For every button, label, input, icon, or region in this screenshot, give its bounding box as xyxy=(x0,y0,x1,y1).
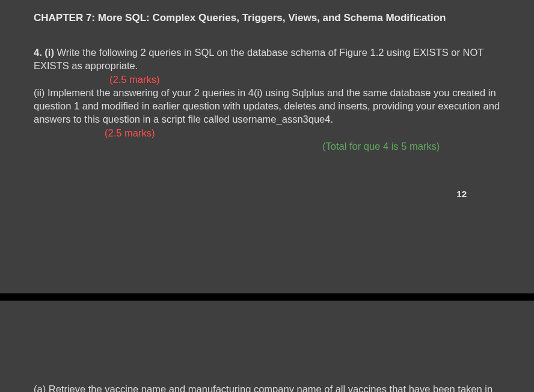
q4-part-i-text: Write the following 2 queries in SQL on … xyxy=(34,47,483,71)
question-4: 4. (i) Write the following 2 queries in … xyxy=(34,46,500,153)
q4-part-i-marks: (2.5 marks) xyxy=(34,73,500,86)
q4-part-i-label: 4. (i) xyxy=(34,47,57,58)
answer-a: (a) Retrieve the vaccine name and manufa… xyxy=(34,382,500,392)
chapter-title: CHAPTER 7: More SQL: Complex Queries, Tr… xyxy=(34,12,500,24)
q4-part-ii-marks: (2.5 marks) xyxy=(34,126,500,139)
page-top: CHAPTER 7: More SQL: Complex Queries, Tr… xyxy=(0,0,534,240)
page-divider xyxy=(0,293,534,301)
page-number: 12 xyxy=(34,189,500,199)
q4-total: (Total for que 4 is 5 marks) xyxy=(34,139,500,153)
q4-part-ii-text: (ii) Implement the answering of your 2 q… xyxy=(34,86,500,126)
page-bottom: (a) Retrieve the vaccine name and manufa… xyxy=(0,301,534,392)
q4-part-i: 4. (i) Write the following 2 queries in … xyxy=(34,46,500,73)
